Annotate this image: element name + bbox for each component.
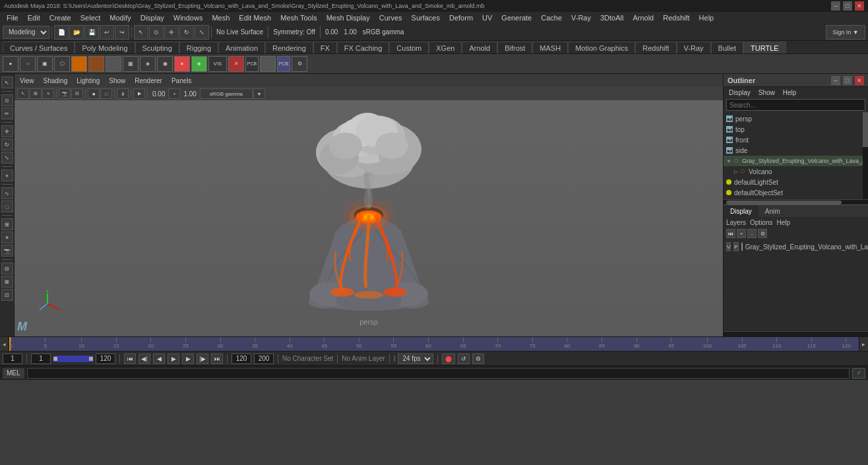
move-tool[interactable]: ✛ [164, 25, 179, 40]
shelf-icon-6[interactable] [88, 56, 104, 72]
total-range-input[interactable] [254, 354, 274, 364]
menu-3dtoall[interactable]: 3DtoAll [596, 13, 627, 22]
shelf-icon-12[interactable]: ■ [191, 56, 207, 72]
layer-v-button[interactable]: V [726, 242, 731, 251]
shelf-icon-10[interactable]: ◉ [157, 56, 173, 72]
script-input[interactable] [27, 368, 850, 379]
tab-arnold[interactable]: Arnold [462, 42, 497, 53]
play-prev-key-btn[interactable]: ◀| [139, 354, 150, 364]
vp-btn-2[interactable]: ⊞ [30, 88, 42, 99]
shelf-icon-11[interactable]: ● [174, 56, 190, 72]
new-button[interactable]: 📄 [54, 25, 69, 40]
tab-bullet[interactable]: Bullet [711, 42, 744, 53]
outliner-search-input[interactable] [729, 102, 862, 109]
timeline-right-btn[interactable]: ▸ [859, 337, 868, 352]
shelf-icon-15[interactable] [260, 56, 276, 72]
range-start-input[interactable] [31, 354, 51, 364]
menu-editmesh[interactable]: Edit Mesh [235, 13, 275, 22]
select-tool-left[interactable]: ↖ [1, 77, 13, 88]
vp-plus-btn[interactable]: + [168, 88, 180, 99]
menu-modify[interactable]: Modify [106, 13, 135, 22]
menu-display[interactable]: Display [137, 13, 168, 22]
tab-rigging[interactable]: Rigging [179, 42, 218, 53]
snap-left[interactable]: ⋄ [1, 170, 13, 181]
layer-p-button[interactable]: P [733, 242, 738, 251]
vp-menu-show[interactable]: Show [106, 77, 128, 84]
current-frame-input[interactable] [3, 354, 22, 364]
tree-item-top[interactable]: 📷 top [724, 124, 863, 135]
mel-label[interactable]: MEL [3, 368, 24, 379]
layout3-left[interactable]: ⊡ [1, 289, 13, 301]
loop-btn[interactable]: ↺ [458, 354, 470, 364]
menu-select[interactable]: Select [77, 13, 105, 22]
outliner-maximize[interactable]: □ [843, 76, 852, 85]
menu-deform[interactable]: Deform [445, 13, 477, 22]
maximize-button[interactable]: □ [843, 1, 852, 11]
tree-item-default-lightset[interactable]: defaultLightSet [724, 177, 863, 187]
shelf-icon-8[interactable]: ▦ [123, 56, 139, 72]
menu-vray[interactable]: V-Ray [567, 13, 595, 22]
tab-custom[interactable]: Custom [389, 42, 429, 53]
rb-tab-display[interactable]: Display [724, 205, 759, 217]
vp-select-btn[interactable]: ↖ [17, 88, 29, 99]
outliner-close[interactable]: ✕ [855, 76, 864, 85]
outliner-menu-show[interactable]: Show [756, 89, 778, 96]
light-left[interactable]: ☀ [1, 232, 13, 243]
close-button[interactable]: ✕ [855, 1, 864, 11]
range-end-input[interactable] [96, 354, 115, 364]
vp-srgb-btn[interactable]: sRGB gamma [200, 88, 253, 99]
outliner-scrollbar-vertical[interactable] [863, 112, 868, 199]
grid-left[interactable]: ⊞ [1, 218, 13, 230]
shelf-icon-vis[interactable]: VIS [208, 56, 227, 72]
layout-left[interactable]: ⊟ [1, 263, 13, 274]
shelf-icon-7[interactable] [106, 56, 121, 72]
scale-tool[interactable]: ⤡ [195, 25, 209, 40]
outliner-menu-help[interactable]: Help [780, 89, 799, 96]
tab-fx[interactable]: FX [313, 42, 337, 53]
tab-turtle[interactable]: TURTLE [743, 42, 786, 53]
viewport[interactable]: View Shading Lighting Show Renderer Pane… [15, 74, 723, 336]
menu-cache[interactable]: Cache [537, 13, 566, 22]
rb-menu-options[interactable]: Options [750, 219, 772, 226]
tab-redshift[interactable]: Redshift [635, 42, 676, 53]
play-prev-btn[interactable]: ◀ [153, 354, 165, 364]
vp-menu-panels[interactable]: Panels [169, 77, 195, 84]
max-range-input[interactable] [232, 354, 251, 364]
vp-pause-btn[interactable]: ⏸ [117, 88, 129, 99]
vp-menu-lighting[interactable]: Lighting [74, 77, 102, 84]
tree-item-side[interactable]: 📷 side [724, 145, 863, 156]
menu-surfaces[interactable]: Surfaces [408, 13, 444, 22]
vp-grid-btn[interactable]: ⊟ [71, 88, 83, 99]
tab-motion-graphics[interactable]: Motion Graphics [568, 42, 635, 53]
lasso-tool[interactable]: ⊙ [149, 25, 164, 40]
menu-uv[interactable]: UV [478, 13, 496, 22]
outliner-minimize[interactable]: – [831, 76, 840, 85]
shelf-icon-17[interactable]: ⚙ [292, 56, 307, 72]
outliner-scrollbar-horizontal[interactable] [724, 199, 868, 204]
play-next-key-btn[interactable]: |▶ [197, 354, 208, 364]
outliner-menu-display[interactable]: Display [726, 89, 753, 96]
tab-vray[interactable]: V-Ray [677, 42, 711, 53]
anim-pref-btn[interactable]: ⚙ [472, 354, 484, 364]
undo-button[interactable]: ↩ [100, 25, 114, 40]
vp-shade-btn[interactable]: ■ [88, 88, 100, 99]
play-last-btn[interactable]: ⏭ [211, 354, 223, 364]
timeline-track[interactable]: 0510152025303540455055606570758085909510… [9, 337, 859, 352]
menu-windows[interactable]: Windows [170, 13, 207, 22]
vp-menu-renderer[interactable]: Renderer [132, 77, 165, 84]
rb-btn-2[interactable]: + [737, 229, 746, 238]
rb-tab-anim[interactable]: Anim [759, 205, 787, 217]
menu-redshift[interactable]: Redshift [659, 13, 693, 22]
redo-button[interactable]: ↪ [115, 25, 129, 40]
tab-animation[interactable]: Animation [218, 42, 265, 53]
rb-scrollbar[interactable] [724, 331, 868, 336]
open-button[interactable]: 📂 [69, 25, 84, 40]
vp-menu-shading[interactable]: Shading [41, 77, 71, 84]
tree-item-volcano[interactable]: ▷ ⬡ Volcano [731, 166, 863, 177]
curve-left[interactable]: ∿ [1, 187, 13, 199]
play-first-btn[interactable]: ⏮ [124, 354, 136, 364]
tab-poly-modeling[interactable]: Poly Modeling [75, 42, 135, 53]
vp-menu-view[interactable]: View [17, 77, 37, 84]
tree-item-persp[interactable]: 📷 persp [724, 113, 863, 124]
move-left[interactable]: ✛ [1, 125, 13, 137]
